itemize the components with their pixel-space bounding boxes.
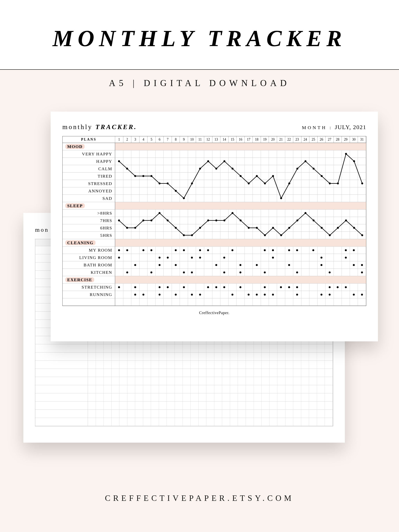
cell [326,195,334,202]
cell [285,158,293,165]
cell [253,291,261,298]
cell [253,298,261,306]
cell [140,180,148,187]
cell [261,291,269,298]
cell [212,276,220,284]
cell [309,165,318,172]
cell [237,232,245,239]
cell [269,291,277,298]
cell [172,158,180,165]
cell [196,180,204,187]
cell [358,165,366,172]
cell [309,172,318,180]
cell [172,247,180,254]
cell [342,291,350,298]
cell [196,232,204,239]
cell [342,209,350,217]
cell [123,276,131,284]
dot-marker [199,257,201,259]
cell [342,143,350,150]
cell [301,158,309,165]
cell [140,254,148,261]
cell [261,150,269,158]
cell [285,254,293,261]
cell [115,298,123,306]
cell [269,150,277,158]
cell [350,224,358,232]
cell [204,195,212,202]
cell [358,217,366,224]
cell [220,180,229,187]
dot-marker [288,286,290,288]
cell [212,284,220,291]
cell [253,209,261,217]
cell [326,261,334,269]
cell [309,224,318,232]
dot-marker [353,249,355,251]
cell [156,291,164,298]
cell [309,276,318,284]
cell [115,165,123,172]
cell [293,187,301,195]
section-label: SLEEP [63,202,115,209]
cell [212,143,220,150]
cell [204,209,212,217]
cell [245,180,253,187]
cell [261,202,269,209]
cell [342,254,350,261]
cell [253,224,261,232]
day-header: 27 [326,136,334,143]
dot-marker [150,272,152,273]
cell [358,239,366,247]
cell [172,165,180,172]
day-header: 1 [115,136,123,143]
cell [220,298,229,306]
row-label: RUNNING [63,291,115,298]
cell [285,172,293,180]
cell [342,195,350,202]
tracker-grid: PLANS12345678910111213141516171819202122… [62,136,366,306]
cell [229,172,237,180]
cell [358,202,366,209]
cell [229,284,237,291]
cell [140,158,148,165]
cell [115,224,123,232]
section-label: MOOD [63,143,115,150]
preview-stage: mon monthly TRACKER. MONTH : JULY, 2021 … [0,104,399,474]
cell [212,187,220,195]
cell [180,254,188,261]
day-header: 20 [269,136,277,143]
cell [261,269,269,276]
cell [261,172,269,180]
cell [229,224,237,232]
cell [131,158,140,165]
cell [204,180,212,187]
dot-marker [321,294,322,296]
dot-marker [296,294,298,296]
cell [237,298,245,306]
cell [237,239,245,247]
row-label: KITCHEN [63,269,115,276]
cell [253,172,261,180]
day-header: 10 [188,136,196,143]
cell [156,150,164,158]
dot-marker [167,286,169,288]
cell [196,298,204,306]
cell [245,165,253,172]
cell [285,284,293,291]
cell [326,298,334,306]
cell [277,143,285,150]
cell [237,276,245,284]
cell [293,217,301,224]
cell [342,284,350,291]
cell [301,165,309,172]
dot-marker [361,264,363,266]
cell [245,261,253,269]
day-header: 24 [301,136,309,143]
row-label: MY ROOM [63,247,115,254]
cell [237,217,245,224]
cell [309,291,318,298]
cell [123,187,131,195]
dot-marker [345,286,347,288]
cell [342,269,350,276]
